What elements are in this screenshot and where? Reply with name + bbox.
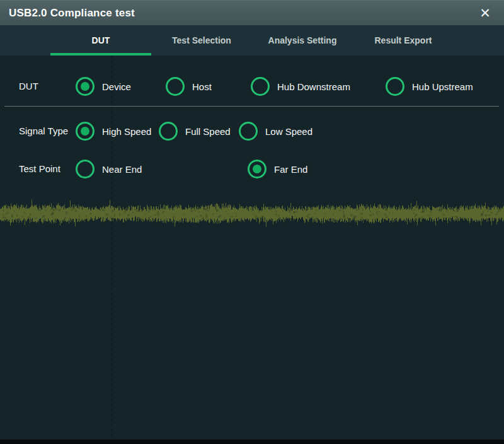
tab-test-selection-label: Test Selection xyxy=(172,35,231,45)
radio-option-far-end[interactable]: Far End xyxy=(248,158,307,180)
radio-icon xyxy=(166,77,185,96)
graticule-center-vline xyxy=(112,56,112,440)
radio-option-full-speed[interactable]: Full Speed xyxy=(159,120,231,143)
tab-dut-label: DUT xyxy=(92,35,110,45)
tab-analysis-setting-label: Analysis Setting xyxy=(268,35,337,45)
graticule-vline xyxy=(350,56,351,440)
graticule-hline xyxy=(0,289,504,289)
row-separator xyxy=(4,106,499,107)
radio-option-label: Hub Upstream xyxy=(412,81,473,92)
radio-icon xyxy=(239,122,258,141)
dialog-titlebar: USB2.0 Compliance test ✕ xyxy=(0,0,504,25)
tab-dut[interactable]: DUT xyxy=(50,25,151,56)
radio-icon xyxy=(76,122,94,141)
radio-option-hub-upstream[interactable]: Hub Upstream xyxy=(386,75,473,98)
radio-option-label: Hub Downstream xyxy=(277,81,350,92)
radio-option-host[interactable]: Host xyxy=(166,75,212,98)
radio-option-label: Low Speed xyxy=(265,126,312,137)
radio-icon xyxy=(159,122,178,141)
radio-icon xyxy=(251,77,270,96)
signal-type-row-label: Signal Type xyxy=(19,120,68,143)
radio-option-label: Full Speed xyxy=(185,126,231,137)
radio-option-high-speed[interactable]: High Speed xyxy=(76,120,151,143)
radio-option-label: Near End xyxy=(102,164,142,175)
tab-test-selection[interactable]: Test Selection xyxy=(151,25,252,56)
radio-option-low-speed[interactable]: Low Speed xyxy=(239,120,312,143)
dialog-title: USB2.0 Compliance test xyxy=(9,7,135,20)
radio-icon xyxy=(248,160,266,178)
radio-option-near-end[interactable]: Near End xyxy=(76,158,142,180)
test-point-row: Test Point Near End Far End xyxy=(0,158,504,180)
dut-row: DUT Device Host Hub Downstream Hub Upstr… xyxy=(0,75,504,98)
tab-result-export[interactable]: Result Export xyxy=(353,25,454,56)
screen-bottom-strip xyxy=(0,440,504,444)
radio-icon xyxy=(76,160,94,178)
radio-option-label: Device xyxy=(102,81,131,92)
radio-option-hub-downstream[interactable]: Hub Downstream xyxy=(251,75,350,98)
radio-icon xyxy=(386,77,404,96)
usb-compliance-dialog: USB2.0 Compliance test ✕ DUT Test Select… xyxy=(0,0,504,444)
signal-type-row: Signal Type High Speed Full Speed Low Sp… xyxy=(0,120,504,143)
radio-option-label: Far End xyxy=(274,164,307,175)
radio-option-device[interactable]: Device xyxy=(76,75,131,98)
dialog-content: DUT Device Host Hub Downstream Hub Upstr… xyxy=(0,56,504,444)
radio-option-label: Host xyxy=(192,81,212,92)
radio-icon xyxy=(76,77,94,96)
close-button[interactable]: ✕ xyxy=(475,3,495,23)
close-icon: ✕ xyxy=(479,6,491,20)
test-point-row-label: Test Point xyxy=(19,158,60,180)
waveform-trace xyxy=(0,192,504,236)
tab-analysis-setting[interactable]: Analysis Setting xyxy=(252,25,353,56)
tab-bar: DUT Test Selection Analysis Setting Resu… xyxy=(0,25,504,56)
tab-result-export-label: Result Export xyxy=(374,35,432,45)
graticule-hline-2 xyxy=(0,426,504,426)
radio-option-label: High Speed xyxy=(102,126,151,137)
dut-row-label: DUT xyxy=(19,75,38,98)
